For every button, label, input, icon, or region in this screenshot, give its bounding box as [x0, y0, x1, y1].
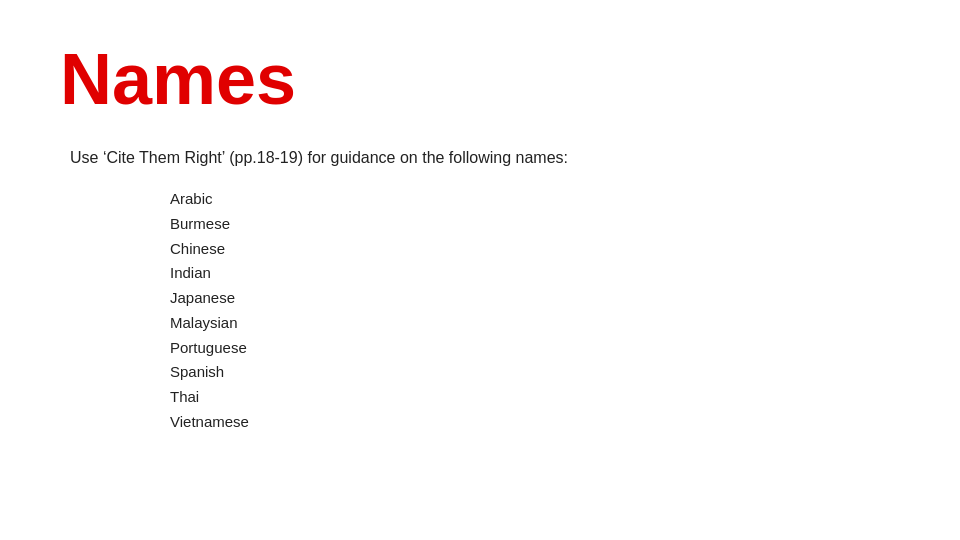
list-item: Japanese [170, 286, 900, 311]
list-item: Arabic [170, 187, 900, 212]
list-item: Spanish [170, 360, 900, 385]
list-item: Portuguese [170, 336, 900, 361]
page-title: Names [60, 40, 900, 119]
page-container: Names Use ‘Cite Them Right’ (pp.18-19) f… [0, 0, 960, 540]
list-item: Malaysian [170, 311, 900, 336]
list-item: Indian [170, 261, 900, 286]
list-item: Vietnamese [170, 410, 900, 435]
list-item: Thai [170, 385, 900, 410]
language-list: ArabicBurmeseChineseIndianJapaneseMalays… [170, 187, 900, 435]
list-item: Burmese [170, 212, 900, 237]
list-item: Chinese [170, 237, 900, 262]
subtitle-text: Use ‘Cite Them Right’ (pp.18-19) for gui… [70, 149, 900, 167]
